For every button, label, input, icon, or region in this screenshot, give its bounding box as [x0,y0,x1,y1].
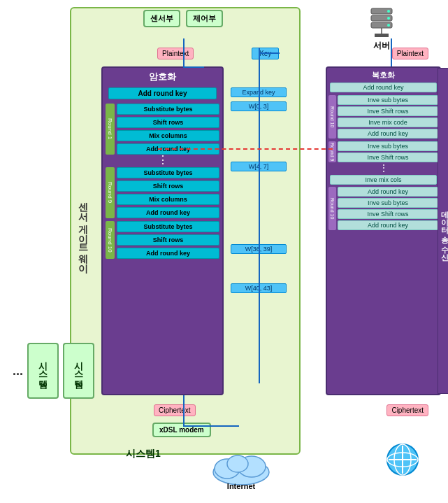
round10-section: Round 10 Substitute bytes Shift rows Add… [106,221,219,259]
system1-label: 시스템1 [126,448,161,460]
enc-add-round-key-top: Add round key [108,87,217,99]
system2-box: 시스템2 [63,343,94,399]
shift-rows-9: Shift rows [117,180,219,192]
dec-round10-top: Round 10 Inve sub bytes Inve Shift rows … [328,95,438,139]
dots-dec: ⋮ [327,162,440,173]
inv-sub-bytes-2: Inve sub bytes [338,141,438,151]
dec-round9-label: Round 9 [328,141,336,162]
svg-rect-7 [375,34,389,37]
dec-add-round-key-lower: Add round key [338,187,438,197]
round10-label: Round 10 [106,221,115,259]
server-icon [368,7,396,38]
dec-round10-bottom-label: Round 10 [328,187,336,230]
svg-point-5 [387,24,390,27]
internet-area: Internet [210,451,273,490]
ciphertext-left: Ciphertext [154,404,196,416]
dec-add-round-key-mid: Add round key [338,129,438,139]
round9-section: Round 9 Substitute bytes Shift rows Mix … [106,167,219,218]
main-container: 센서 게이트웨이 센서부 제어부 서버 Plaintext Plaintext … [0,0,448,503]
encrypt-title: 암호화 [103,68,222,85]
dec-round10-bottom: Round 10 Add round key Inve sub bytes In… [328,187,438,230]
line-key-main [259,48,260,383]
system-boxes: ... 시스템3 시스템2 [13,343,94,399]
add-round-key-10: Add round key [117,248,219,259]
round9-label: Round 9 [106,167,115,218]
plaintext-right: Plaintext [392,48,428,59]
router-area [385,442,420,479]
encrypt-box: 암호화 Add round key Round 1 Substitute byt… [101,66,224,395]
dec-add-round-key-final: Add round key [338,220,438,230]
dec-inv-mix-cols: Inve mix cols [330,175,437,185]
sub-bytes-9: Substitute bytes [117,167,219,178]
control-box: 제어부 [186,10,223,27]
add-round-key-9: Add round key [117,207,219,218]
line-plain-enc [183,66,204,68]
round1-label: Round 1 [106,104,115,155]
decrypt-box: 데이터 송/수신 복호화 Add round key Round 10 Inve… [326,66,441,395]
sub-bytes-10: Substitute bytes [117,221,219,232]
line-cipher-modem [183,425,239,427]
router-icon [385,442,420,477]
mix-columns-1: Mix columns [117,130,219,141]
gateway-label: 센서 게이트웨이 [77,195,89,267]
mix-columns-9: Mix columns [117,194,219,205]
sensor-control-area: 센서부 제어부 [143,10,223,27]
dec-add-round-key-top: Add round key [330,83,437,92]
line-sensor-down [183,38,185,66]
ciphertext-right: Ciphertext [386,404,428,416]
dots-systems: ... [13,364,23,378]
dec-round9: Round 9 Inve sub bytes Inve Shift rows [328,141,438,162]
svg-point-11 [227,455,248,472]
line-key-expand [259,52,280,54]
inv-sub-bytes-1: Inve sub bytes [338,95,438,105]
server-area: 서버 [329,7,434,52]
decrypt-title: 복호화 [327,68,440,81]
inv-sub-bytes-3: Inve sub bytes [338,198,438,208]
plaintext-left: Plaintext [157,48,194,59]
internet-cloud-icon [210,451,273,486]
sub-bytes-1: Substitute bytes [117,104,219,115]
dec-round10-top-label: Round 10 [328,95,336,139]
line-enc-cipher [183,395,185,427]
line-server-down [391,38,392,66]
dots-enc: ⋮ [103,155,222,166]
svg-point-3 [387,10,390,13]
svg-point-4 [387,17,390,20]
inv-shift-rows-2: Inve Shift rows [338,153,438,162]
sensor-box: 센서부 [143,10,180,27]
decrypt-data-label: 데이터 송/수신 [438,68,448,394]
system3-box: 시스템3 [27,343,59,399]
round1-section: Round 1 Substitute bytes Shift rows Mix … [106,104,219,155]
inv-shift-rows-3: Inve Shift rows [338,209,438,219]
shift-rows-10: Shift rows [117,234,219,246]
dashed-line-shift [158,148,333,150]
shift-rows-1: Shift rows [117,117,219,128]
inv-mix-code: Inve mix code [338,118,438,127]
inv-shift-rows-1: Inve Shift rows [338,106,438,116]
